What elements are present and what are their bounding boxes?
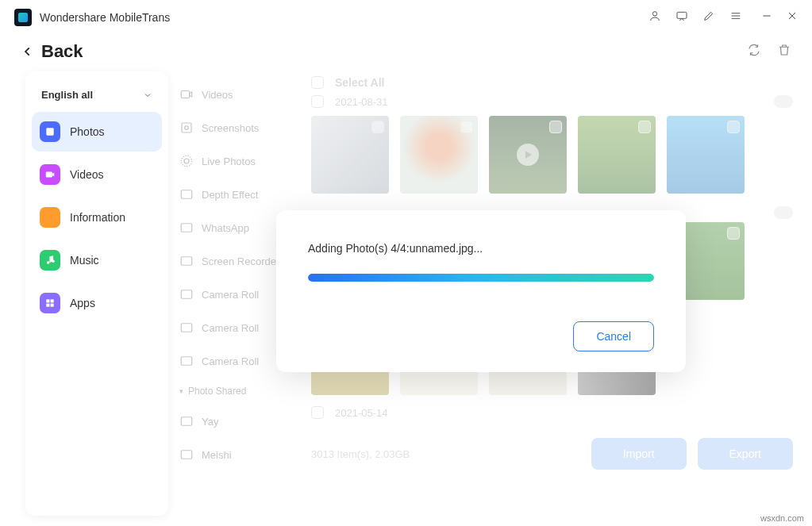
back-button[interactable]: Back <box>22 41 83 62</box>
photo-thumb[interactable] <box>400 116 478 194</box>
album-whatsapp[interactable]: WhatsApp <box>179 211 292 244</box>
music-icon <box>40 250 60 271</box>
album-yay[interactable]: Yay <box>179 405 292 438</box>
svg-rect-17 <box>181 257 192 266</box>
label: Photos <box>70 125 105 138</box>
titlebar: Wondershare MobileTrans <box>0 0 812 35</box>
menu-icon[interactable] <box>729 10 742 25</box>
item-summary: 3013 Item(s), 2.03GB <box>311 448 410 460</box>
apps-icon <box>40 293 60 313</box>
chevron-down-icon <box>143 90 152 100</box>
album-cameraroll-3[interactable]: Camera Roll <box>179 344 292 378</box>
feedback-icon[interactable] <box>675 10 688 25</box>
footer: 3013 Item(s), 2.03GB Import Export <box>311 427 793 470</box>
language-selector[interactable]: English all <box>32 81 162 109</box>
photo-thumb[interactable] <box>578 116 656 194</box>
videos-icon <box>40 164 60 185</box>
progress-bar <box>308 274 654 282</box>
date-label: 2021-05-14 <box>335 407 388 419</box>
progress-fill <box>308 274 654 282</box>
thumb-checkbox[interactable] <box>727 121 740 133</box>
sidebar-item-photos[interactable]: Photos <box>32 112 162 152</box>
close-icon[interactable] <box>787 10 798 25</box>
import-button[interactable]: Import <box>591 438 687 470</box>
select-all-row[interactable]: Select All <box>311 75 793 90</box>
date-group-2[interactable]: 2021-05-14 <box>311 401 793 427</box>
thumb-checkbox[interactable] <box>460 121 473 133</box>
date-checkbox[interactable] <box>311 406 324 419</box>
label: Apps <box>70 297 95 309</box>
svg-rect-22 <box>181 451 192 459</box>
photo-grid-1 <box>311 116 793 194</box>
minimize-icon[interactable] <box>761 10 772 25</box>
sidebar-item-music[interactable]: Music <box>32 240 162 280</box>
svg-rect-15 <box>181 190 192 199</box>
album-cameraroll-2[interactable]: Camera Roll <box>179 311 292 344</box>
svg-rect-7 <box>51 299 54 302</box>
language-label: English all <box>41 89 93 101</box>
svg-rect-19 <box>181 324 192 332</box>
svg-point-12 <box>185 126 189 130</box>
date-label: 2021-08-31 <box>335 96 388 108</box>
cancel-button[interactable]: Cancel <box>573 321 654 351</box>
titlebar-tools <box>648 10 742 25</box>
thumb-checkbox[interactable] <box>371 121 384 133</box>
svg-point-0 <box>652 12 656 16</box>
photo-thumb[interactable] <box>667 116 745 194</box>
sidebar-item-videos[interactable]: Videos <box>32 155 162 194</box>
svg-point-4 <box>47 261 50 264</box>
album-videos[interactable]: Videos <box>179 78 292 111</box>
label: Information <box>70 211 125 224</box>
photos-icon <box>40 121 60 142</box>
svg-rect-16 <box>181 224 192 232</box>
album-section-shared[interactable]: Photo Shared <box>179 378 292 405</box>
sidebar-item-information[interactable]: Information <box>32 198 162 237</box>
date-count-badge <box>774 206 793 219</box>
album-screenshots[interactable]: Screenshots <box>179 111 292 144</box>
play-icon <box>517 144 539 166</box>
app-logo <box>14 9 32 26</box>
svg-rect-20 <box>181 357 192 366</box>
thumb-checkbox[interactable] <box>727 227 740 240</box>
back-row: Back <box>0 35 812 71</box>
edit-icon[interactable] <box>702 10 715 25</box>
svg-rect-11 <box>182 123 191 132</box>
progress-message: Adding Photo(s) 4/4:unnamed.jpg... <box>308 242 654 255</box>
photo-thumb[interactable] <box>489 116 567 194</box>
account-icon[interactable] <box>648 10 661 25</box>
svg-point-13 <box>184 159 189 163</box>
sidebar-item-apps[interactable]: Apps <box>32 283 162 323</box>
thumb-checkbox[interactable] <box>638 121 651 133</box>
select-all-label: Select All <box>335 76 385 89</box>
svg-rect-6 <box>46 299 49 302</box>
watermark: wsxdn.com <box>760 513 804 523</box>
select-all-checkbox[interactable] <box>311 76 324 89</box>
delete-icon[interactable] <box>777 43 791 60</box>
date-group-1[interactable]: 2021-08-31 <box>311 90 793 116</box>
svg-rect-21 <box>181 417 192 426</box>
svg-point-5 <box>52 259 55 263</box>
app-title: Wondershare MobileTrans <box>40 11 170 24</box>
svg-rect-1 <box>677 12 687 18</box>
album-screenrecorder[interactable]: Screen Recorder <box>179 244 292 278</box>
label: Music <box>70 254 99 267</box>
date-checkbox[interactable] <box>311 95 324 108</box>
info-icon <box>40 207 60 228</box>
sidebar-categories: English all Photos Videos Information Mu… <box>25 71 168 516</box>
thumb-checkbox[interactable] <box>549 121 562 133</box>
svg-rect-3 <box>46 172 52 178</box>
album-cameraroll-1[interactable]: Camera Roll <box>179 278 292 311</box>
progress-modal: Adding Photo(s) 4/4:unnamed.jpg... Cance… <box>276 210 686 372</box>
date-count-badge <box>774 95 793 108</box>
svg-rect-18 <box>181 290 192 299</box>
album-deptheffect[interactable]: Depth Effect <box>179 178 292 211</box>
album-meishi[interactable]: Meishi <box>179 438 292 471</box>
album-livephotos[interactable]: Live Photos <box>179 144 292 178</box>
export-button[interactable]: Export <box>698 438 793 470</box>
svg-point-14 <box>181 155 192 167</box>
photo-thumb[interactable] <box>311 116 389 194</box>
label: Videos <box>70 168 104 181</box>
refresh-icon[interactable] <box>747 43 761 60</box>
back-label: Back <box>41 41 83 62</box>
svg-rect-2 <box>46 128 53 135</box>
